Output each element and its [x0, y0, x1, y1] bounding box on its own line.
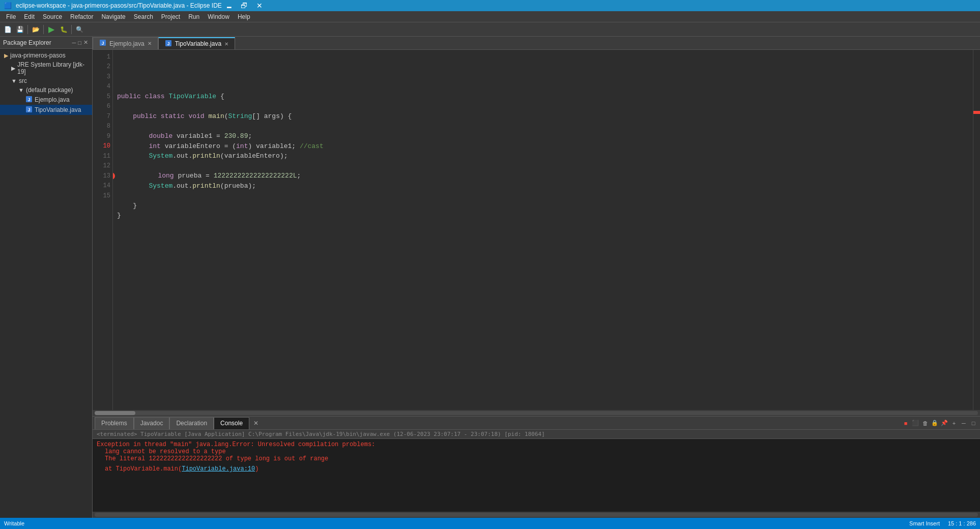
svg-text:J: J — [101, 41, 104, 46]
console-stop-button[interactable]: ■ — [901, 419, 910, 428]
line-num-10: 10 — [95, 141, 110, 152]
console-clear-button[interactable]: 🗑 — [920, 419, 930, 428]
line-num-2: 2 — [95, 62, 110, 72]
horizontal-scrollbar[interactable] — [93, 410, 980, 416]
code-line-11: System.out.println(prueba); — [117, 181, 969, 191]
menu-item-window[interactable]: Window — [204, 12, 234, 21]
code-editor[interactable]: 123456789101112131415 public class TipoV… — [93, 50, 980, 410]
tab-java-icon-0: J — [99, 39, 106, 48]
package-explorer: Package Explorer ─ □ ✕ ▶ java-primeros-p… — [0, 37, 93, 518]
menu-item-navigate[interactable]: Navigate — [97, 12, 129, 21]
tree-item-5[interactable]: JTipoVariable.java — [0, 105, 92, 115]
console-content[interactable]: Exception in thread "main" java.lang.Err… — [93, 439, 980, 512]
bottom-tab-problems[interactable]: Problems — [95, 417, 134, 429]
code-text-5 — [117, 122, 121, 132]
close-button[interactable]: ✕ — [252, 1, 267, 11]
bottom-panel: ProblemsJavadocDeclarationConsole✕ ■ ⬛ 🗑… — [93, 416, 980, 518]
tree-item-0[interactable]: ▶ java-primeros-pasos — [0, 51, 92, 60]
console-h-scrollbar[interactable] — [93, 512, 980, 518]
code-text-7: int variableEntero = (int) variable1; //… — [117, 141, 324, 152]
editor-tab-1[interactable]: JTipoVariable.java✕ — [158, 37, 235, 49]
code-line-15 — [117, 221, 969, 231]
pe-tree: ▶ java-primeros-pasos▶ JRE System Librar… — [0, 49, 92, 518]
code-line-14: } — [117, 211, 969, 221]
line-num-7: 7 — [95, 111, 110, 122]
pe-minimize-button[interactable]: ─ — [71, 39, 77, 47]
minimize-button[interactable]: 🗕 — [222, 1, 236, 11]
save-button[interactable]: 💾 — [14, 24, 25, 35]
title-bar: 🟦 eclipse-workspace - java-primeros-paso… — [0, 0, 980, 11]
code-content[interactable]: public class TipoVariable { public stati… — [113, 50, 973, 410]
search-button[interactable]: 🔍 — [74, 24, 85, 35]
bottom-tab-declaration[interactable]: Declaration — [169, 417, 214, 429]
menu-item-run[interactable]: Run — [184, 12, 204, 21]
tab-close-0[interactable]: ✕ — [148, 41, 152, 46]
editor-tab-0[interactable]: JEjemplo.java✕ — [93, 37, 158, 49]
tab-close-1[interactable]: ✕ — [224, 41, 228, 47]
menu-item-help[interactable]: Help — [234, 12, 254, 21]
tree-item-2[interactable]: ▼ src — [0, 76, 92, 85]
code-text-11: System.out.println(prueba); — [117, 181, 256, 191]
bottom-tab-javadoc[interactable]: Javadoc — [134, 417, 170, 429]
code-line-8: System.out.println(variableEntero); — [117, 151, 969, 161]
console-new-button[interactable]: + — [949, 419, 959, 428]
line-num-13: 13 — [95, 171, 110, 181]
main-area: Package Explorer ─ □ ✕ ▶ java-primeros-p… — [0, 37, 980, 518]
tree-label-4: Ejemplo.java — [35, 96, 70, 103]
bottom-tab-console[interactable]: Console — [214, 417, 249, 429]
tree-item-3[interactable]: ▼ (default package) — [0, 85, 92, 95]
line-num-14: 14 — [95, 181, 110, 191]
console-pin-button[interactable]: 📌 — [940, 419, 949, 428]
tree-icon-0: ▶ — [4, 52, 8, 59]
tree-item-1[interactable]: ▶ JRE System Library [jdk-19] — [0, 60, 92, 76]
menu-item-edit[interactable]: Edit — [20, 12, 39, 21]
console-tabs-area: ProblemsJavadocDeclarationConsole✕ — [95, 417, 901, 429]
tab-java-icon-1: J — [165, 40, 172, 48]
editor-tabs: JEjemplo.java✕JTipoVariable.java✕ — [93, 37, 980, 50]
debug-button[interactable]: 🐛 — [58, 24, 69, 35]
menu-item-source[interactable]: Source — [39, 12, 66, 21]
toolbar: 📄 💾 📂 ▶ 🐛 🔍 — [0, 22, 980, 37]
console-tab-close-button[interactable]: ✕ — [249, 420, 263, 427]
console-link-tipovariable[interactable]: TipoVariable.java:10 — [182, 465, 255, 473]
console-terminate-button[interactable]: ⬛ — [911, 419, 920, 428]
console-maximize-button[interactable]: □ — [969, 419, 978, 428]
console-scroll-lock-button[interactable]: 🔒 — [930, 419, 939, 428]
code-text-4: public static void main(String[] args) { — [117, 111, 292, 122]
line-num-9: 9 — [95, 131, 110, 141]
line-num-12: 12 — [95, 161, 110, 171]
code-line-5 — [117, 122, 969, 132]
editor-area: JEjemplo.java✕JTipoVariable.java✕ 123456… — [93, 37, 980, 518]
open-button[interactable]: 📂 — [30, 24, 41, 35]
tree-icon-3: ▼ — [18, 87, 24, 93]
console-status: <terminated> TipoVariable [Java Applicat… — [93, 430, 980, 439]
code-line-4: public static void main(String[] args) { — [117, 111, 969, 122]
status-writable: Writable — [4, 520, 24, 526]
run-button[interactable]: ▶ — [46, 24, 57, 35]
new-button[interactable]: 📄 — [2, 24, 13, 35]
tree-item-4[interactable]: JEjemplo.java — [0, 95, 92, 105]
maximize-button[interactable]: 🗗 — [237, 1, 251, 11]
menu-item-search[interactable]: Search — [130, 12, 157, 21]
error-marker-10: ✕ — [113, 172, 115, 180]
menu-item-refactor[interactable]: Refactor — [66, 12, 97, 21]
line-numbers: 123456789101112131415 — [93, 50, 113, 410]
toolbar-separator-3 — [71, 25, 72, 34]
line-num-1: 1 — [95, 52, 110, 62]
code-text-8: System.out.println(variableEntero); — [117, 151, 287, 161]
pe-close-button[interactable]: ✕ — [82, 38, 89, 47]
code-line-6: double variable1 = 230.89; — [117, 131, 969, 141]
menu-item-project[interactable]: Project — [157, 12, 184, 21]
code-text-9 — [117, 161, 121, 171]
overview-ruler — [973, 50, 980, 410]
svg-text:J: J — [27, 97, 30, 102]
menu-item-file[interactable]: File — [2, 12, 20, 21]
menu-bar: FileEditSourceRefactorNavigateSearchProj… — [0, 11, 980, 22]
tree-label-1: JRE System Library [jdk-19] — [17, 61, 90, 75]
console-line-4: at TipoVariable.main(TipoVariable.java:1… — [97, 465, 976, 473]
pe-header: Package Explorer ─ □ ✕ — [0, 37, 92, 49]
code-line-10: ✕ long prueba = 12222222222222222222L; — [117, 171, 969, 181]
code-line-3 — [117, 102, 969, 112]
pe-maximize-button[interactable]: □ — [77, 39, 82, 47]
console-minimize-button[interactable]: ─ — [959, 419, 968, 428]
